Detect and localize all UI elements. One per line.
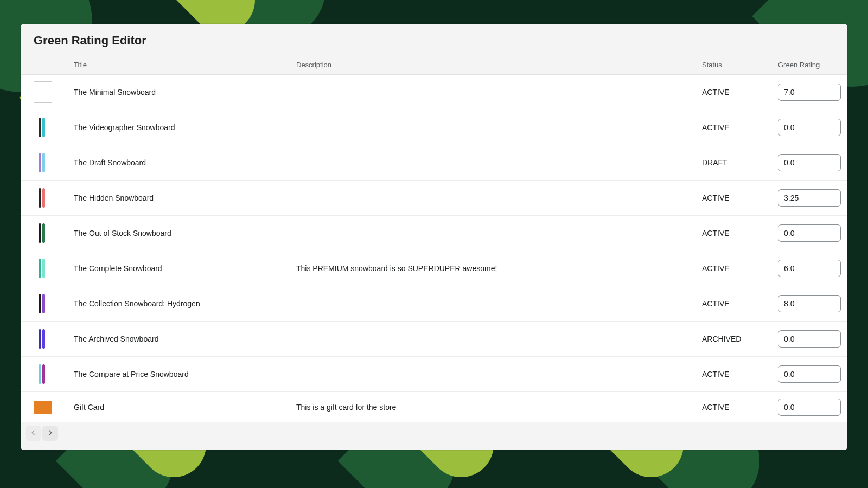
cell-description [290,357,695,392]
snowboard-icon [39,364,41,384]
cell-rating [771,75,847,110]
table-row: The Minimal SnowboardACTIVE [21,75,847,110]
snowboard-icon [39,188,41,208]
col-header-rating: Green Rating [771,55,847,75]
table-row: The Collection Snowboard: HydrogenACTIVE [21,286,847,322]
cell-rating [771,181,847,216]
cell-title: Gift Card [67,392,290,423]
cell-rating [771,286,847,322]
cell-status: ARCHIVED [695,322,771,357]
page-prev-button[interactable] [26,426,41,441]
cell-description: This is a gift card for the store [290,392,695,423]
chevron-left-icon [30,429,37,438]
cell-title: The Collection Snowboard: Hydrogen [67,286,290,322]
snowboard-icon [42,118,45,137]
cell-status: ACTIVE [695,181,771,216]
cell-thumbnail [21,145,67,181]
page-title: Green Rating Editor [21,24,847,55]
cell-description [290,110,695,145]
cell-rating [771,357,847,392]
cell-description: This PREMIUM snowboard is so SUPERDUPER … [290,251,695,286]
green-rating-input[interactable] [778,119,841,136]
col-header-status: Status [695,55,771,75]
cell-status: ACTIVE [695,357,771,392]
thumbnail-placeholder-icon [34,81,52,103]
snowboard-icon [42,329,45,349]
cell-title: The Out of Stock Snowboard [67,216,290,251]
cell-rating [771,251,847,286]
pagination [21,422,847,444]
table-row: The Out of Stock SnowboardACTIVE [21,216,847,251]
cell-title: The Hidden Snowboard [67,181,290,216]
cell-description [290,322,695,357]
cell-title: The Minimal Snowboard [67,75,290,110]
cell-title: The Compare at Price Snowboard [67,357,290,392]
cell-status: ACTIVE [695,251,771,286]
cell-rating [771,110,847,145]
green-rating-input[interactable] [778,399,841,416]
cell-thumbnail [21,181,67,216]
thumbnail-snowboard-icon [34,293,50,314]
cell-thumbnail [21,251,67,286]
snowboard-icon [39,153,41,172]
green-rating-input[interactable] [778,189,841,207]
cell-rating [771,322,847,357]
cell-title: The Videographer Snowboard [67,110,290,145]
snowboard-icon [42,223,45,243]
cell-rating [771,216,847,251]
snowboard-icon [39,329,41,349]
thumbnail-snowboard-icon [34,328,50,350]
table-row: Gift CardThis is a gift card for the sto… [21,392,847,423]
green-rating-input[interactable] [778,365,841,383]
snowboard-icon [42,153,45,172]
green-rating-input[interactable] [778,330,841,348]
table-row: The Hidden SnowboardACTIVE [21,181,847,216]
thumbnail-snowboard-icon [34,117,50,138]
cell-description [290,75,695,110]
table-row: The Draft SnowboardDRAFT [21,145,847,181]
table-row: The Archived SnowboardARCHIVED [21,322,847,357]
green-rating-input[interactable] [778,295,841,312]
thumbnail-snowboard-icon [34,222,50,244]
thumbnail-snowboard-icon [34,258,50,279]
products-table: Title Description Status Green Rating Th… [21,55,847,422]
cell-thumbnail [21,110,67,145]
cell-description [290,181,695,216]
snowboard-icon [39,223,41,243]
thumbnail-snowboard-icon [34,363,50,385]
green-rating-input[interactable] [778,84,841,101]
page-next-button[interactable] [42,426,58,441]
cell-rating [771,145,847,181]
snowboard-icon [42,259,45,278]
green-rating-input[interactable] [778,224,841,242]
cell-thumbnail [21,322,67,357]
chevron-right-icon [46,429,54,438]
snowboard-icon [42,364,45,384]
col-header-title: Title [67,55,290,75]
cell-description [290,286,695,322]
snowboard-icon [42,294,45,313]
app-panel: Green Rating Editor Title Description St… [21,24,847,450]
cell-status: ACTIVE [695,75,771,110]
thumbnail-snowboard-icon [34,187,50,209]
green-rating-input[interactable] [778,154,841,171]
snowboard-icon [42,188,45,208]
table-row: The Compare at Price SnowboardACTIVE [21,357,847,392]
cell-status: DRAFT [695,145,771,181]
col-header-description: Description [290,55,695,75]
thumbnail-snowboard-icon [34,152,50,174]
green-rating-input[interactable] [778,260,841,277]
cell-description [290,216,695,251]
col-header-thumb [21,55,67,75]
table-row: The Videographer SnowboardACTIVE [21,110,847,145]
cell-thumbnail [21,392,67,423]
cell-rating [771,392,847,423]
cell-thumbnail [21,216,67,251]
table-row: The Complete SnowboardThis PREMIUM snowb… [21,251,847,286]
snowboard-icon [39,294,41,313]
cell-status: ACTIVE [695,286,771,322]
table-header-row: Title Description Status Green Rating [21,55,847,75]
snowboard-icon [39,118,41,137]
cell-thumbnail [21,357,67,392]
cell-status: ACTIVE [695,392,771,423]
